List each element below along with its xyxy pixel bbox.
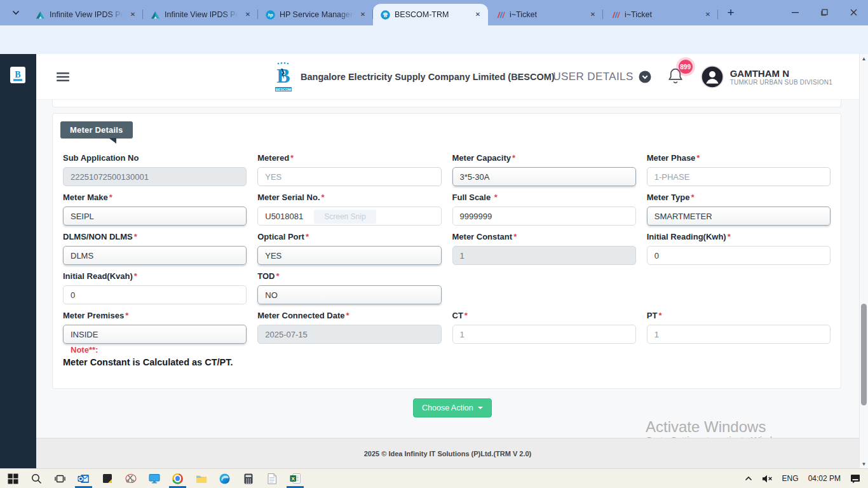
page-content: B B BESCOM Bangalore Electricity Supply … [0,54,859,468]
choose-action-button[interactable]: Choose Action [413,398,492,417]
tab-close-icon[interactable]: ✕ [358,10,368,20]
activate-windows-watermark: Activate Windows [646,418,766,436]
note-label: Note**: [71,345,98,355]
menu-toggle-button[interactable] [55,71,71,83]
tab-close-icon[interactable]: ✕ [588,10,598,20]
new-tab-button[interactable]: + [722,4,740,22]
field-select[interactable]: INSIDE [63,325,247,344]
tray-chevron-up-icon[interactable] [745,476,752,481]
user-area: USER DETAILS 899 GAMTHAM N TUMKUR URBAN … [553,54,832,100]
calculator-icon [244,473,253,484]
field-select[interactable]: SEIPL [63,207,247,226]
field-input[interactable]: 0 [647,246,831,265]
field-value: 1 [460,330,465,339]
form-field: Meter Constant*1 [452,232,636,265]
sidebar-logo[interactable]: B [10,67,25,83]
close-window-button[interactable] [839,0,868,24]
browser-tab[interactable]: i~Ticket✕ [488,4,603,25]
user-details-dropdown[interactable]: USER DETAILS [553,71,651,83]
chevron-down-icon [12,10,20,15]
infinite-view-icon [36,10,45,20]
maximize-button[interactable] [810,0,839,24]
scrollbar-up-arrow[interactable]: ▲ [860,54,868,63]
browser-tab[interactable]: BBESCOM-TRM✕ [373,4,488,25]
taskbar-notepad-button[interactable] [260,469,283,488]
screen: { "colors": { "brand_blue": "#1896d3", "… [0,0,868,488]
field-input: 1 [452,246,636,265]
field-label: TOD* [257,271,441,281]
field-value: YES [265,251,281,261]
browser-tab[interactable]: i~Ticket✕ [603,4,718,25]
browser-tab[interactable]: Infinite View IPDS Po✕ [143,4,258,25]
form-field: TOD*NO [257,271,441,304]
taskbar-search-button[interactable] [25,469,48,488]
field-label: Meter Constant* [452,232,636,242]
taskbar-snipping-tool-button[interactable] [119,469,142,488]
infinite-view-icon [151,10,160,20]
taskbar-task-view-button[interactable] [48,469,72,488]
field-select[interactable]: DLMS [63,246,247,265]
field-label: Sub Application No [63,153,247,163]
field-input[interactable]: 1-PHASE [647,167,831,186]
field-select[interactable]: 3*5-30A [452,167,636,186]
tab-title: BESCOM-TRM [395,10,468,19]
field-select[interactable]: YES [257,246,441,265]
search-icon [31,473,42,484]
taskbar-display-button[interactable] [142,469,166,488]
tab-close-icon[interactable]: ✕ [128,10,138,20]
taskbar-outlook-button[interactable] [72,469,95,488]
taskbar-edge-button[interactable] [213,469,236,488]
scrollbar-thumb[interactable] [861,304,867,405]
required-asterisk: * [109,193,112,202]
form-field: Initial Read(Kvah)*0 [63,271,247,304]
browser-tab[interactable]: hpHP Service Manager✕ [258,4,373,25]
field-input[interactable]: 0 [63,285,247,304]
taskbar-start-button[interactable] [1,469,25,488]
taskbar-calculator-button[interactable] [236,469,260,488]
field-value: SMARTMETER [654,212,712,221]
action-center-icon[interactable] [850,473,860,484]
tab-search-button[interactable] [8,4,24,21]
app-header: B BESCOM Bangalore Electricity Supply Co… [36,54,859,100]
user-details-label: USER DETAILS [553,71,633,83]
badge-fold-decoration [109,138,116,144]
notifications-button[interactable]: 899 [667,67,686,87]
sticky-notes-icon [102,473,112,484]
app-sidebar: B [0,54,36,468]
taskbar-chrome-button[interactable] [166,469,189,488]
field-input: 2025-07-15 [257,325,441,344]
scrollbar-down-arrow[interactable]: ▼ [860,459,868,468]
taskbar-sticky-notes-button[interactable] [95,469,119,488]
form-field: Sub Application No22251072500130001 [63,153,247,186]
note-text: Meter Constant is Calculated as CT/PT. [63,357,233,367]
field-label: Meter Type* [647,193,831,203]
taskbar-file-explorer-button[interactable] [189,469,213,488]
field-label: Optical Port* [257,232,441,242]
language-indicator[interactable]: ENG [782,474,799,483]
field-input[interactable]: 1 [452,325,636,344]
tab-title: Infinite View IPDS Po [165,10,238,19]
tab-strip: Infinite View IPDS Po✕Infinite View IPDS… [28,0,718,25]
minimize-button[interactable] [780,0,810,24]
maximize-icon [821,9,828,16]
field-input[interactable]: 9999999 [452,207,636,226]
volume-muted-icon[interactable] [762,475,773,483]
taskbar-excel-button[interactable]: X [283,469,307,488]
browser-scrollbar[interactable]: ▲ ▼ [859,54,868,468]
tab-title: i~Ticket [625,10,698,19]
field-input[interactable]: 1 [647,325,831,344]
field-input[interactable]: U5018081Screen Snip [257,207,441,226]
tab-close-icon[interactable]: ✕ [473,10,483,20]
field-input[interactable]: YES [257,167,441,186]
form-field: CT*1 [452,311,636,344]
clock[interactable]: 04:02 PM [808,474,841,483]
browser-tab[interactable]: Infinite View IPDS Po✕ [28,4,143,25]
excel-icon: X [290,473,301,484]
required-asterisk: * [465,311,468,320]
tab-close-icon[interactable]: ✕ [243,10,253,20]
field-select[interactable]: SMARTMETER [647,207,831,226]
form-field: Meter Serial No.*U5018081Screen Snip [257,193,441,226]
tab-close-icon[interactable]: ✕ [703,10,713,20]
field-select[interactable]: NO [257,285,441,304]
user-profile[interactable]: GAMTHAM N TUMKUR URBAN SUB DIVISION1 [701,65,832,88]
